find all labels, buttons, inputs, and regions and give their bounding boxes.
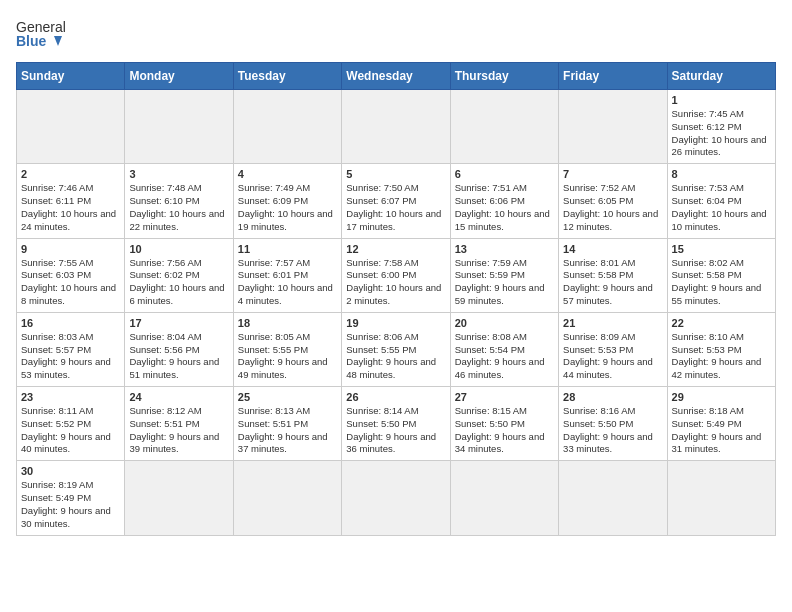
day-info: Sunrise: 8:04 AM Sunset: 5:56 PM Dayligh… <box>129 331 228 382</box>
calendar-cell: 15Sunrise: 8:02 AM Sunset: 5:58 PM Dayli… <box>667 238 775 312</box>
calendar-cell: 3Sunrise: 7:48 AM Sunset: 6:10 PM Daylig… <box>125 164 233 238</box>
calendar-cell: 7Sunrise: 7:52 AM Sunset: 6:05 PM Daylig… <box>559 164 667 238</box>
weekday-header-wednesday: Wednesday <box>342 63 450 90</box>
day-number: 19 <box>346 317 445 329</box>
day-info: Sunrise: 7:55 AM Sunset: 6:03 PM Dayligh… <box>21 257 120 308</box>
calendar-cell: 16Sunrise: 8:03 AM Sunset: 5:57 PM Dayli… <box>17 312 125 386</box>
weekday-header-thursday: Thursday <box>450 63 558 90</box>
day-number: 4 <box>238 168 337 180</box>
day-info: Sunrise: 8:10 AM Sunset: 5:53 PM Dayligh… <box>672 331 771 382</box>
calendar-cell: 22Sunrise: 8:10 AM Sunset: 5:53 PM Dayli… <box>667 312 775 386</box>
day-number: 18 <box>238 317 337 329</box>
day-info: Sunrise: 8:18 AM Sunset: 5:49 PM Dayligh… <box>672 405 771 456</box>
day-info: Sunrise: 8:05 AM Sunset: 5:55 PM Dayligh… <box>238 331 337 382</box>
weekday-header-tuesday: Tuesday <box>233 63 341 90</box>
calendar-cell: 27Sunrise: 8:15 AM Sunset: 5:50 PM Dayli… <box>450 387 558 461</box>
day-info: Sunrise: 8:19 AM Sunset: 5:49 PM Dayligh… <box>21 479 120 530</box>
day-number: 9 <box>21 243 120 255</box>
weekday-header-row: SundayMondayTuesdayWednesdayThursdayFrid… <box>17 63 776 90</box>
day-number: 30 <box>21 465 120 477</box>
day-number: 2 <box>21 168 120 180</box>
week-row-4: 16Sunrise: 8:03 AM Sunset: 5:57 PM Dayli… <box>17 312 776 386</box>
day-info: Sunrise: 7:51 AM Sunset: 6:06 PM Dayligh… <box>455 182 554 233</box>
calendar-cell: 18Sunrise: 8:05 AM Sunset: 5:55 PM Dayli… <box>233 312 341 386</box>
day-number: 23 <box>21 391 120 403</box>
weekday-header-saturday: Saturday <box>667 63 775 90</box>
day-info: Sunrise: 7:52 AM Sunset: 6:05 PM Dayligh… <box>563 182 662 233</box>
calendar-cell: 26Sunrise: 8:14 AM Sunset: 5:50 PM Dayli… <box>342 387 450 461</box>
calendar-cell: 30Sunrise: 8:19 AM Sunset: 5:49 PM Dayli… <box>17 461 125 535</box>
svg-marker-2 <box>54 36 62 46</box>
day-info: Sunrise: 8:13 AM Sunset: 5:51 PM Dayligh… <box>238 405 337 456</box>
calendar-cell: 11Sunrise: 7:57 AM Sunset: 6:01 PM Dayli… <box>233 238 341 312</box>
calendar-cell <box>342 90 450 164</box>
calendar-cell: 14Sunrise: 8:01 AM Sunset: 5:58 PM Dayli… <box>559 238 667 312</box>
day-info: Sunrise: 7:53 AM Sunset: 6:04 PM Dayligh… <box>672 182 771 233</box>
svg-text:Blue: Blue <box>16 33 47 49</box>
day-number: 16 <box>21 317 120 329</box>
calendar-cell: 17Sunrise: 8:04 AM Sunset: 5:56 PM Dayli… <box>125 312 233 386</box>
day-info: Sunrise: 8:08 AM Sunset: 5:54 PM Dayligh… <box>455 331 554 382</box>
day-number: 5 <box>346 168 445 180</box>
day-info: Sunrise: 7:49 AM Sunset: 6:09 PM Dayligh… <box>238 182 337 233</box>
calendar-cell: 23Sunrise: 8:11 AM Sunset: 5:52 PM Dayli… <box>17 387 125 461</box>
calendar-cell: 25Sunrise: 8:13 AM Sunset: 5:51 PM Dayli… <box>233 387 341 461</box>
day-number: 10 <box>129 243 228 255</box>
calendar-cell: 13Sunrise: 7:59 AM Sunset: 5:59 PM Dayli… <box>450 238 558 312</box>
day-info: Sunrise: 8:11 AM Sunset: 5:52 PM Dayligh… <box>21 405 120 456</box>
calendar-cell <box>559 90 667 164</box>
calendar-table: SundayMondayTuesdayWednesdayThursdayFrid… <box>16 62 776 536</box>
weekday-header-sunday: Sunday <box>17 63 125 90</box>
day-number: 21 <box>563 317 662 329</box>
calendar-cell: 9Sunrise: 7:55 AM Sunset: 6:03 PM Daylig… <box>17 238 125 312</box>
day-number: 7 <box>563 168 662 180</box>
day-number: 11 <box>238 243 337 255</box>
day-info: Sunrise: 8:01 AM Sunset: 5:58 PM Dayligh… <box>563 257 662 308</box>
day-info: Sunrise: 7:50 AM Sunset: 6:07 PM Dayligh… <box>346 182 445 233</box>
calendar-cell: 2Sunrise: 7:46 AM Sunset: 6:11 PM Daylig… <box>17 164 125 238</box>
day-number: 14 <box>563 243 662 255</box>
day-info: Sunrise: 7:45 AM Sunset: 6:12 PM Dayligh… <box>672 108 771 159</box>
calendar-cell <box>233 461 341 535</box>
week-row-2: 2Sunrise: 7:46 AM Sunset: 6:11 PM Daylig… <box>17 164 776 238</box>
week-row-6: 30Sunrise: 8:19 AM Sunset: 5:49 PM Dayli… <box>17 461 776 535</box>
week-row-3: 9Sunrise: 7:55 AM Sunset: 6:03 PM Daylig… <box>17 238 776 312</box>
calendar-cell <box>450 90 558 164</box>
week-row-1: 1Sunrise: 7:45 AM Sunset: 6:12 PM Daylig… <box>17 90 776 164</box>
calendar-cell <box>125 90 233 164</box>
calendar-cell <box>125 461 233 535</box>
day-number: 15 <box>672 243 771 255</box>
day-number: 3 <box>129 168 228 180</box>
day-number: 20 <box>455 317 554 329</box>
calendar-cell: 1Sunrise: 7:45 AM Sunset: 6:12 PM Daylig… <box>667 90 775 164</box>
logo: GeneralBlue <box>16 16 68 54</box>
day-info: Sunrise: 7:58 AM Sunset: 6:00 PM Dayligh… <box>346 257 445 308</box>
calendar-cell: 4Sunrise: 7:49 AM Sunset: 6:09 PM Daylig… <box>233 164 341 238</box>
day-info: Sunrise: 8:09 AM Sunset: 5:53 PM Dayligh… <box>563 331 662 382</box>
day-number: 8 <box>672 168 771 180</box>
day-info: Sunrise: 7:48 AM Sunset: 6:10 PM Dayligh… <box>129 182 228 233</box>
day-info: Sunrise: 8:03 AM Sunset: 5:57 PM Dayligh… <box>21 331 120 382</box>
day-number: 22 <box>672 317 771 329</box>
day-number: 29 <box>672 391 771 403</box>
calendar-cell <box>342 461 450 535</box>
day-number: 24 <box>129 391 228 403</box>
day-info: Sunrise: 7:59 AM Sunset: 5:59 PM Dayligh… <box>455 257 554 308</box>
calendar-cell: 24Sunrise: 8:12 AM Sunset: 5:51 PM Dayli… <box>125 387 233 461</box>
day-info: Sunrise: 7:46 AM Sunset: 6:11 PM Dayligh… <box>21 182 120 233</box>
day-number: 6 <box>455 168 554 180</box>
day-info: Sunrise: 7:57 AM Sunset: 6:01 PM Dayligh… <box>238 257 337 308</box>
calendar-cell <box>667 461 775 535</box>
day-info: Sunrise: 7:56 AM Sunset: 6:02 PM Dayligh… <box>129 257 228 308</box>
day-info: Sunrise: 8:15 AM Sunset: 5:50 PM Dayligh… <box>455 405 554 456</box>
day-info: Sunrise: 8:14 AM Sunset: 5:50 PM Dayligh… <box>346 405 445 456</box>
day-number: 17 <box>129 317 228 329</box>
weekday-header-friday: Friday <box>559 63 667 90</box>
calendar-cell <box>17 90 125 164</box>
day-info: Sunrise: 8:02 AM Sunset: 5:58 PM Dayligh… <box>672 257 771 308</box>
calendar-cell: 20Sunrise: 8:08 AM Sunset: 5:54 PM Dayli… <box>450 312 558 386</box>
day-number: 25 <box>238 391 337 403</box>
day-info: Sunrise: 8:06 AM Sunset: 5:55 PM Dayligh… <box>346 331 445 382</box>
calendar-cell: 5Sunrise: 7:50 AM Sunset: 6:07 PM Daylig… <box>342 164 450 238</box>
calendar-cell <box>233 90 341 164</box>
